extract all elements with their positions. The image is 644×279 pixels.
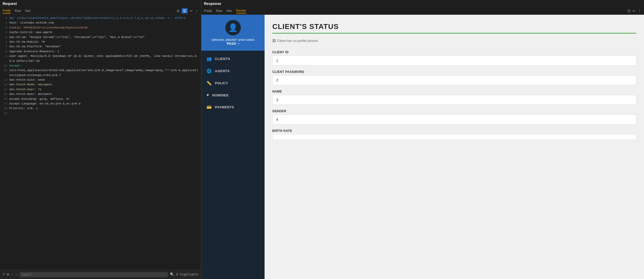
sidebar-item-label-nominee: NOMINEE [212, 93, 229, 97]
sidebar-header: 👤 welcome, attacker' union select 'PASS'… [201, 15, 265, 51]
help-icon[interactable]: ? [3, 273, 5, 277]
field-group-birth_date: BIRTH DATE [272, 129, 636, 140]
main-content: CLIENT'S STATUS 🖼 Client has no profile … [265, 15, 644, 279]
code-line: 11text/html,application/xhtml+xml,applic… [2, 68, 199, 78]
tab-pretty-response[interactable]: Pretty [204, 9, 212, 13]
request-body: 1GET /lims/clientStatus.php?client_id=1%… [0, 15, 201, 270]
title-divider [272, 33, 636, 34]
code-line: 5Sec-Ch-Ua: "Google Chrome";v="131", "Ch… [2, 35, 199, 40]
policy-icon: ✏️ [206, 81, 212, 86]
response-body: 👤 welcome, attacker' union select 'PASS'… [201, 15, 644, 279]
code-line: 4Cache-Control: max-age=0 [2, 30, 199, 35]
tab-raw-response[interactable]: Raw [216, 9, 222, 13]
field-value-name[interactable]: 3 [272, 95, 636, 105]
search-icon: 🔍 [170, 272, 174, 277]
sidebar-nav: 👥CLIENTS🌐AGENTS✏️POLICY♥NOMINEE💳PAYMENTS [201, 51, 265, 279]
field-group-client_password: CLIENT PASSWORD2 [272, 70, 636, 85]
code-line: 14Sec-Fetch-User: ?1 [2, 87, 199, 92]
code-line: 1GET /lims/clientStatus.php?client_id=1%… [2, 16, 199, 20]
field-group-gender: GENDER4 [272, 109, 636, 124]
response-tab-icons: ⊡ ↵ ⋮ [627, 9, 641, 13]
intercept-icon[interactable]: ☰ [182, 8, 188, 13]
code-line: 10Accept: [2, 63, 199, 68]
code-line: 17Accept-Language: en-US,en;q=0.9,ar;q=0… [2, 101, 199, 106]
request-title: Request [0, 0, 201, 7]
field-group-client_id: CLIENT ID1 [272, 50, 636, 65]
sidebar-item-label-clients: CLIENTS [215, 57, 230, 61]
bottom-bar: ? ⚙ ← → 🔍 0 highlights [0, 270, 201, 279]
tab-hex-response[interactable]: Hex [226, 9, 232, 13]
response-title: Response [201, 0, 644, 7]
welcome-text: welcome, attacker' union select [211, 38, 254, 42]
field-label-client_id: CLIENT ID [272, 50, 636, 54]
profile-img-placeholder: 🖼 Client has no profile picture [272, 39, 636, 43]
code-line: 6Sec-Ch-Ua-Mobile: ?0 [2, 40, 199, 44]
app-sidebar: 👤 welcome, attacker' union select 'PASS'… [201, 15, 265, 279]
request-tabs: Pretty Raw Hex ⊘ ☰ ↵ ⋮ [0, 7, 201, 15]
field-label-birth_date: BIRTH DATE [272, 129, 636, 133]
response-more-icon[interactable]: ⋮ [638, 9, 641, 13]
field-value-birth_date[interactable] [272, 134, 636, 140]
forward-icon[interactable]: → [15, 273, 17, 277]
field-value-client_id[interactable]: 1 [272, 56, 636, 65]
agents-icon: 🌐 [206, 69, 212, 73]
field-value-client_password[interactable]: 2 [272, 75, 636, 85]
payments-icon: 💳 [206, 105, 212, 110]
response-send-icon[interactable]: ↵ [633, 9, 636, 13]
response-copy-icon[interactable]: ⊡ [627, 9, 631, 13]
sidebar-item-label-payments: PAYMENTS [215, 105, 234, 109]
field-group-name: NAME3 [272, 90, 636, 105]
code-line: 19 [2, 111, 199, 116]
code-line: 8Upgrade-Insecure-Requests: 1 [2, 49, 199, 54]
back-icon[interactable]: ← [11, 273, 13, 277]
request-panel: Request Pretty Raw Hex ⊘ ☰ ↵ ⋮ 1GET /lim… [0, 0, 201, 279]
code-line: 18Priority: u=0, i [2, 106, 199, 111]
tab-raw-request[interactable]: Raw [15, 9, 21, 13]
disable-intercept-icon[interactable]: ⊘ [177, 9, 180, 13]
content-title: CLIENT'S STATUS [272, 22, 636, 31]
user-icon: 👤 [228, 23, 238, 33]
sidebar-item-policy[interactable]: ✏️POLICY [201, 77, 265, 89]
request-tab-icons: ⊘ ☰ ↵ ⋮ [177, 8, 198, 13]
image-icon: 🖼 [272, 39, 276, 43]
tab-pretty-request[interactable]: Pretty [3, 8, 11, 13]
field-value-gender[interactable]: 4 [272, 115, 636, 124]
code-line: 2Host: livelabs.0x4148.com [2, 20, 199, 25]
tab-hex-request[interactable]: Hex [25, 9, 30, 13]
sidebar-item-clients[interactable]: 👥CLIENTS [201, 53, 265, 65]
sidebar-item-agents[interactable]: 🌐AGENTS [201, 65, 265, 77]
code-line: 13Sec-Fetch-Mode: navigate [2, 82, 199, 87]
tab-render-response[interactable]: Render [236, 8, 246, 13]
field-label-gender: GENDER [272, 109, 636, 113]
more-options-icon[interactable]: ⋮ [195, 9, 198, 13]
code-line: 7Sec-Ch-Ua-Platform: "Windows" [2, 44, 199, 49]
response-panel: Response Pretty Raw Hex Render ⊡ ↵ ⋮ 👤 w… [201, 0, 644, 279]
code-line: 9User-Agent: Mozilla/5.0 (Windows NT 10.… [2, 54, 199, 63]
field-label-client_password: CLIENT PASSWORD [272, 70, 636, 74]
avatar: 👤 [225, 20, 241, 35]
nominee-icon: ♥ [206, 93, 209, 97]
settings-icon[interactable]: ⚙ [7, 272, 9, 277]
welcome-name: 'PASS' -- [211, 42, 254, 46]
response-tabs: Pretty Raw Hex Render ⊡ ↵ ⋮ [201, 7, 644, 15]
sidebar-item-label-policy: POLICY [215, 81, 228, 85]
sidebar-item-payments[interactable]: 💳PAYMENTS [201, 101, 265, 113]
code-line: 3Cookie: PHPSESSID=vlvjven6bsndg7kg4val5… [2, 25, 199, 30]
field-label-name: NAME [272, 90, 636, 93]
field-groups: CLIENT ID1CLIENT PASSWORD2NAME3GENDER4BI… [272, 50, 636, 140]
clients-icon: 👥 [206, 56, 212, 61]
send-icon[interactable]: ↵ [190, 9, 193, 13]
highlights-count: 0 highlights [176, 273, 198, 276]
code-line: 15Sec-Fetch-Dest: document [2, 92, 199, 96]
search-input[interactable] [20, 272, 168, 277]
code-line: 16Accept-Encoding: gzip, deflate, br [2, 97, 199, 101]
sidebar-item-nominee[interactable]: ♥NOMINEE [201, 89, 265, 101]
sidebar-item-label-agents: AGENTS [215, 69, 230, 73]
code-line: 12Sec-Fetch-Site: none [2, 78, 199, 82]
